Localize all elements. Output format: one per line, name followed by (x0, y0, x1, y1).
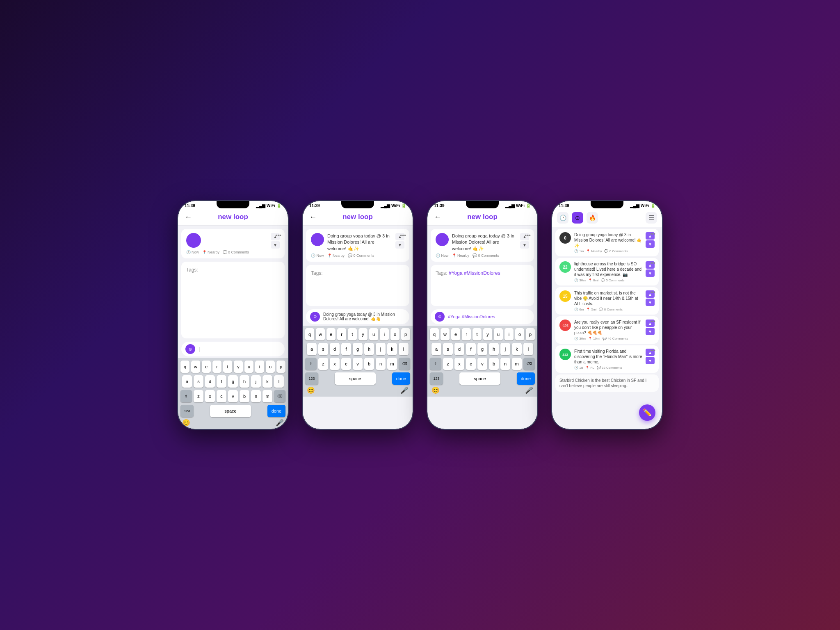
downvote-f3[interactable]: ▼ (646, 328, 655, 335)
downvote-f2[interactable]: ▼ (646, 299, 655, 306)
k2-r[interactable]: r (337, 328, 346, 340)
key-a[interactable]: a (182, 375, 192, 388)
k2-m[interactable]: m (387, 358, 397, 370)
more-f3[interactable]: ••• (650, 319, 655, 324)
k2-backspace[interactable]: ⌫ (399, 358, 410, 370)
key-v[interactable]: v (228, 390, 238, 402)
key-l[interactable]: l (274, 375, 284, 388)
k2-s[interactable]: s (318, 343, 328, 355)
key-p[interactable]: p (276, 361, 285, 373)
k3-y[interactable]: y (483, 328, 492, 340)
k3-a[interactable]: a (431, 343, 441, 355)
key-w[interactable]: w (191, 361, 200, 373)
k3-m[interactable]: m (512, 358, 522, 370)
downvote-1[interactable]: ▼ (271, 241, 280, 249)
emoji-icon-2[interactable]: 😊 (307, 386, 315, 394)
key-f[interactable]: f (217, 375, 226, 388)
more-dots-3[interactable]: ••• (525, 232, 531, 239)
k3-z[interactable]: z (443, 358, 453, 370)
input-bar-2[interactable]: ⊙ Doing group yoga today @ 3 in Mission … (306, 309, 409, 324)
k3-b[interactable]: b (489, 358, 499, 370)
mic-icon-1[interactable]: 🎤 (276, 419, 284, 427)
more-f2[interactable]: ••• (650, 290, 655, 295)
downvote-f4[interactable]: ▼ (646, 357, 655, 364)
k3-p[interactable]: p (526, 328, 535, 340)
key-x[interactable]: x (205, 390, 215, 402)
k2-k[interactable]: k (387, 343, 397, 355)
tags-area-3[interactable]: Tags: #Yoga #MissionDolores (431, 265, 534, 306)
k3-k[interactable]: k (512, 343, 522, 355)
k2-space[interactable]: space (335, 372, 376, 385)
key-c[interactable]: c (217, 390, 226, 402)
k3-numbers[interactable]: 123 (430, 372, 443, 385)
input-bar-3[interactable]: ⊙ #Yoga #MissionDolores (431, 309, 534, 324)
key-s[interactable]: s (194, 375, 203, 388)
more-dots-2[interactable]: ••• (400, 232, 406, 239)
key-i[interactable]: i (255, 361, 264, 373)
k3-g[interactable]: g (477, 343, 487, 355)
mic-icon-3[interactable]: 🎤 (525, 386, 533, 394)
feed-scroll[interactable]: 0 Doing group yoga today @ 3 in Mission … (552, 227, 662, 429)
k3-c[interactable]: c (466, 358, 476, 370)
downvote-f1[interactable]: ▼ (646, 269, 655, 277)
key-z[interactable]: z (194, 390, 203, 402)
key-backspace[interactable]: ⌫ (274, 390, 285, 402)
key-t[interactable]: t (223, 361, 232, 373)
key-q[interactable]: q (180, 361, 189, 373)
tab-menu[interactable]: ☰ (646, 212, 657, 224)
k3-w[interactable]: w (441, 328, 450, 340)
k2-z[interactable]: z (318, 358, 328, 370)
tags-area-1[interactable]: Tags: (181, 262, 285, 338)
k3-space[interactable]: space (459, 372, 500, 385)
k3-f[interactable]: f (466, 343, 476, 355)
key-g[interactable]: g (228, 375, 238, 388)
key-d[interactable]: d (205, 375, 215, 388)
k3-i[interactable]: i (504, 328, 514, 340)
compose-button[interactable]: ✏️ (639, 404, 655, 421)
k2-e[interactable]: e (326, 328, 336, 340)
k3-r[interactable]: r (462, 328, 471, 340)
k3-shift[interactable]: ⇧ (430, 358, 441, 370)
key-e[interactable]: e (202, 361, 211, 373)
key-numbers[interactable]: 123 (180, 405, 194, 417)
k2-l[interactable]: l (399, 343, 409, 355)
k3-h[interactable]: h (489, 343, 499, 355)
k3-t[interactable]: t (472, 328, 482, 340)
k3-j[interactable]: j (500, 343, 510, 355)
k2-d[interactable]: d (330, 343, 340, 355)
back-button-2[interactable]: ← (309, 213, 317, 221)
mic-icon-2[interactable]: 🎤 (400, 386, 409, 394)
downvote-2[interactable]: ▼ (395, 241, 404, 249)
k2-o[interactable]: o (390, 328, 399, 340)
k2-j[interactable]: j (376, 343, 386, 355)
k2-shift[interactable]: ⇧ (305, 358, 317, 370)
k2-b[interactable]: b (364, 358, 374, 370)
key-k[interactable]: k (262, 375, 272, 388)
emoji-icon-3[interactable]: 😊 (431, 386, 440, 394)
k2-c[interactable]: c (341, 358, 351, 370)
tab-clock[interactable]: 🕐 (557, 212, 568, 224)
k2-y[interactable]: y (358, 328, 368, 340)
k2-w[interactable]: w (316, 328, 325, 340)
input-bar-1[interactable]: ⊙ | (181, 342, 285, 356)
more-f0[interactable]: ••• (650, 231, 655, 237)
back-button-3[interactable]: ← (434, 213, 441, 221)
downvote-f0[interactable]: ▼ (646, 240, 655, 248)
k3-q[interactable]: q (430, 328, 439, 340)
key-m[interactable]: m (262, 390, 272, 402)
k2-q[interactable]: q (305, 328, 314, 340)
more-dots-1[interactable]: ••• (275, 232, 281, 239)
k2-g[interactable]: g (353, 343, 363, 355)
k2-f[interactable]: f (341, 343, 351, 355)
k3-x[interactable]: x (454, 358, 464, 370)
k2-done[interactable]: done (392, 372, 410, 385)
key-u[interactable]: u (244, 361, 253, 373)
key-n[interactable]: n (251, 390, 261, 402)
k3-l[interactable]: l (523, 343, 533, 355)
k2-x[interactable]: x (330, 358, 340, 370)
k3-d[interactable]: d (454, 343, 464, 355)
key-b[interactable]: b (240, 390, 249, 402)
k2-u[interactable]: u (369, 328, 378, 340)
k3-done[interactable]: done (517, 372, 535, 385)
key-h[interactable]: h (240, 375, 249, 388)
